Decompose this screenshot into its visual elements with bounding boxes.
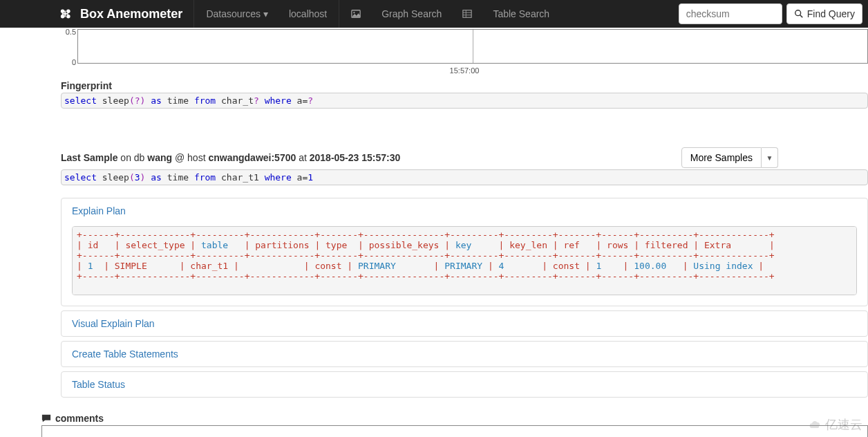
- visual-explain-panel: Visual Explain Plan: [61, 310, 868, 337]
- more-samples-dropdown[interactable]: ▼: [762, 147, 778, 168]
- checksum-input[interactable]: [679, 3, 782, 24]
- last-sample-host: cnwangdawei:5700: [208, 152, 296, 163]
- visual-explain-header[interactable]: Visual Explain Plan: [62, 311, 867, 336]
- table-status-header[interactable]: Table Status: [62, 372, 867, 397]
- comments-label: comments: [55, 413, 104, 424]
- t: @ host: [172, 152, 208, 163]
- svg-point-7: [353, 12, 355, 13]
- nav-graph-search[interactable]: Graph Search: [371, 0, 452, 28]
- svg-rect-8: [463, 10, 471, 18]
- svg-point-3: [66, 15, 70, 19]
- nav-image-icon[interactable]: [341, 0, 371, 28]
- chart-xtick: 15:57:00: [450, 66, 480, 75]
- nav-table-icon[interactable]: [452, 0, 482, 28]
- t: on db: [117, 152, 147, 163]
- nav-divider: [194, 0, 194, 28]
- last-sample-ts: 2018-05-23 15:57:30: [310, 152, 401, 163]
- chart-plot[interactable]: [77, 29, 868, 64]
- fingerprint-sql[interactable]: select sleep(?) as time from char_t? whe…: [61, 93, 868, 109]
- create-table-link[interactable]: Create Table Statements: [72, 348, 178, 360]
- nav-datasources[interactable]: Datasources ▾: [196, 0, 279, 28]
- explain-plan-panel: Explain Plan +------+-------------+-----…: [61, 198, 868, 306]
- svg-point-0: [61, 10, 65, 14]
- table-icon: [462, 9, 472, 19]
- find-query-button[interactable]: Find Query: [786, 3, 862, 24]
- brand[interactable]: Box Anemometer: [6, 7, 192, 21]
- create-table-header[interactable]: Create Table Statements: [62, 342, 867, 366]
- nav-localhost[interactable]: localhost: [279, 0, 337, 28]
- chart-ytick: 0.5: [66, 28, 76, 36]
- comments-heading: comments: [41, 413, 868, 424]
- brand-text: Box Anemometer: [80, 7, 182, 21]
- svg-point-1: [66, 10, 70, 14]
- nav-table-search[interactable]: Table Search: [482, 0, 560, 28]
- last-sample-prefix: Last Sample: [61, 152, 117, 163]
- create-table-panel: Create Table Statements: [61, 341, 868, 367]
- nav-divider: [339, 0, 339, 28]
- explain-plan-header[interactable]: Explain Plan: [62, 198, 867, 223]
- chart-area: 0.5 0 15:57:00: [61, 29, 868, 76]
- top-navbar: Box Anemometer Datasources ▾ localhost G…: [0, 0, 868, 28]
- caret-down-icon: ▾: [263, 8, 268, 19]
- explain-plan-output[interactable]: +------+-------------+---------+--------…: [72, 226, 857, 295]
- comments-box[interactable]: [41, 425, 868, 437]
- chart-vline: [473, 30, 473, 63]
- last-sample-text: Last Sample on db wang @ host cnwangdawe…: [61, 152, 400, 163]
- svg-line-13: [800, 15, 803, 18]
- t: at: [296, 152, 309, 163]
- comment-icon: [41, 413, 51, 423]
- last-sample-sql[interactable]: select sleep(3) as time from char_t1 whe…: [61, 169, 868, 185]
- last-sample-db: wang: [147, 152, 172, 163]
- search-icon: [794, 9, 804, 19]
- fingerprint-label: Fingerprint: [61, 80, 868, 91]
- brand-logo-icon: [59, 8, 75, 19]
- caret-down-icon: ▼: [766, 154, 773, 162]
- visual-explain-link[interactable]: Visual Explain Plan: [72, 318, 155, 329]
- svg-point-12: [795, 10, 801, 16]
- svg-point-2: [61, 15, 65, 19]
- find-query-label: Find Query: [807, 8, 855, 19]
- more-samples-button[interactable]: More Samples: [681, 147, 762, 168]
- table-status-panel: Table Status: [61, 371, 868, 398]
- table-status-link[interactable]: Table Status: [72, 379, 125, 390]
- explain-plan-link[interactable]: Explain Plan: [72, 205, 126, 216]
- svg-rect-5: [64, 10, 66, 17]
- chart-ytick: 0: [72, 58, 76, 66]
- nav-datasources-label: Datasources: [206, 8, 261, 19]
- picture-icon: [351, 9, 361, 19]
